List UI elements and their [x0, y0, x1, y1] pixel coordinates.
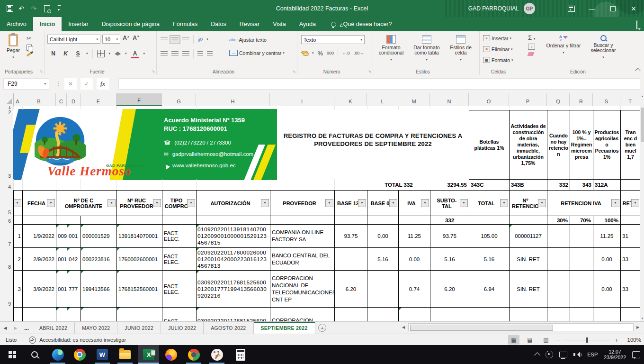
column-header-H[interactable]: H	[196, 93, 270, 106]
underline-button[interactable]: S	[74, 50, 82, 57]
clipboard-dialog-launcher[interactable]: ↘	[39, 69, 43, 73]
cell-T9[interactable]: 33	[620, 270, 640, 308]
conditional-formatting-button[interactable]: Formato condicional▾	[374, 32, 408, 62]
cell-G8[interactable]: FACT. ELEC.	[162, 247, 197, 271]
cut-button[interactable]: ✂	[27, 35, 32, 42]
cell-L8[interactable]: 5.16	[367, 247, 399, 271]
new-sheet-button[interactable]: +	[315, 322, 330, 334]
cell-T7[interactable]: 31	[620, 224, 640, 248]
cell-N7[interactable]: 93.75	[430, 224, 469, 248]
subheader-cell-K[interactable]	[334, 216, 367, 225]
screen-recorder-icon[interactable]	[546, 351, 553, 358]
font-size-select[interactable]: 10▾	[102, 35, 120, 44]
subheader-cell-F[interactable]	[116, 216, 162, 225]
sheet-tab-julio-2022[interactable]: JULIO 2022	[161, 322, 204, 334]
increase-decimal-button[interactable]: ←.0	[342, 51, 350, 55]
cell-S10[interactable]: 0.00	[593, 307, 621, 321]
subheader-cell-Q[interactable]: 30%	[547, 216, 570, 225]
column-header-L[interactable]: L	[367, 93, 398, 106]
subheader-cell-O[interactable]	[469, 216, 510, 225]
header-cell-B[interactable]: FECHA▼	[22, 190, 56, 216]
customize-qat-button[interactable]: ▔▾	[53, 2, 65, 15]
align-center-button[interactable]	[171, 51, 179, 56]
row-header-9[interactable]: 9	[0, 270, 13, 308]
cell-D9[interactable]: 777	[67, 270, 81, 308]
horizontal-scrollbar[interactable]	[408, 323, 634, 331]
column-header-B[interactable]: B	[22, 93, 56, 106]
cell-Q7[interactable]	[547, 224, 570, 248]
header-cell-QS[interactable]: RETENCION IVA▼	[547, 190, 621, 216]
cell-F7[interactable]: 1391814070001	[116, 224, 162, 248]
subheader-cell-P[interactable]	[509, 216, 547, 225]
subheader-cell-R[interactable]: 70%	[570, 216, 593, 225]
confirm-entry-button[interactable]: ✓	[80, 78, 93, 90]
column-header-I[interactable]: I	[270, 93, 334, 106]
cell-F10[interactable]: 1768152560001	[116, 307, 162, 321]
decrease-font-button[interactable]: A▼	[132, 35, 140, 44]
align-bottom-button[interactable]	[182, 37, 189, 42]
cell-C7[interactable]: 009	[56, 224, 67, 248]
row-header-4[interactable]: 4	[0, 179, 13, 191]
column-header-R[interactable]: R	[570, 93, 593, 106]
header-cell-T[interactable]: RET▼	[620, 190, 640, 216]
header-cell-P[interactable]: Nº RETENCIO▼	[509, 190, 547, 216]
formula-input[interactable]	[118, 78, 640, 90]
totals-value[interactable]: 3294.55	[430, 179, 469, 191]
clear-button[interactable]	[528, 52, 535, 56]
comments-button[interactable]	[636, 21, 637, 29]
fill-button[interactable]: ↓	[528, 44, 535, 50]
comma-style-button[interactable]: 000	[327, 51, 334, 55]
wrap-text-button[interactable]: ab↩ Ajustar texto	[228, 35, 268, 44]
cell-M10[interactable]: 0.74	[398, 307, 430, 321]
subheader-cell-L[interactable]	[367, 216, 399, 225]
row-header-3[interactable]: 3	[0, 116, 13, 180]
menu-tab-f-rmulas[interactable]: Fórmulas	[166, 17, 204, 31]
sheet-nav-right[interactable]: ▶	[10, 322, 21, 334]
cell-Q8[interactable]	[547, 247, 570, 271]
vertical-header-R[interactable]: 100 % y 1%.- Regimen microempresa	[570, 110, 593, 180]
scroll-up-arrow[interactable]: ▲	[640, 93, 644, 99]
column-header-P[interactable]: P	[509, 93, 547, 106]
cell-D10[interactable]: 777	[67, 307, 81, 321]
cell-A8[interactable]: 2	[13, 247, 23, 271]
column-header-N[interactable]: N	[430, 93, 469, 106]
filter-button-H[interactable]: ▼	[261, 199, 269, 207]
cell-L7[interactable]: 0.00	[367, 224, 399, 248]
cell-O9[interactable]: 6.94	[469, 270, 510, 308]
close-button[interactable]: ✕	[623, 0, 644, 17]
align-top-button[interactable]	[161, 37, 168, 42]
subheader-cell-S[interactable]: 100%	[593, 216, 621, 225]
filter-button-CE[interactable]: ▼	[107, 199, 116, 207]
restore-button[interactable]	[602, 0, 623, 17]
row-header-10[interactable]	[0, 307, 13, 321]
filter-button-L[interactable]: ▼	[389, 199, 397, 207]
filter-button-M[interactable]: ▼	[421, 199, 429, 207]
paste-button[interactable]: Pegar▾	[3, 31, 24, 60]
subheader-cell-N[interactable]: 332	[430, 216, 469, 225]
volume-icon[interactable]	[573, 352, 581, 357]
cell-O10[interactable]: 6.94	[469, 307, 510, 321]
cell-K10[interactable]: 6.20	[334, 307, 367, 321]
filter-button-N[interactable]: ▼	[460, 199, 468, 207]
sheet-tab-abril-2022[interactable]: ABRIL 2022	[32, 322, 75, 334]
cell-F8[interactable]: 1760002600001	[116, 247, 162, 271]
tray-expand-icon[interactable]	[534, 352, 540, 358]
filter-button-P[interactable]: ▼	[538, 199, 546, 207]
cell-M7[interactable]: 11.25	[398, 224, 430, 248]
cell-K8[interactable]	[334, 247, 367, 271]
column-header-Q[interactable]: Q	[547, 93, 570, 106]
filter-button-G[interactable]: ▼	[187, 199, 195, 207]
header-cell-CE[interactable]: Nº DE C OMPROBANTE▼	[56, 190, 117, 216]
fill-color-button[interactable]	[115, 52, 121, 56]
taskbar-chrome-profile-button[interactable]	[183, 345, 204, 364]
cell-T8[interactable]: 33	[620, 247, 640, 271]
delete-cells-button[interactable]: ✕ Eliminar▾	[482, 45, 514, 54]
cell-R9[interactable]	[570, 270, 593, 308]
bold-button[interactable]: N	[49, 50, 57, 57]
cell-N8[interactable]: 5.16	[430, 247, 469, 271]
menu-tab-archivo[interactable]: Archivo	[0, 17, 33, 31]
select-all-corner[interactable]	[0, 93, 14, 106]
cell-B7[interactable]: 1/9/2022	[22, 224, 56, 248]
number-format-select[interactable]: Texto▾	[301, 35, 365, 44]
cell-E10[interactable]: 199413567	[80, 307, 117, 321]
